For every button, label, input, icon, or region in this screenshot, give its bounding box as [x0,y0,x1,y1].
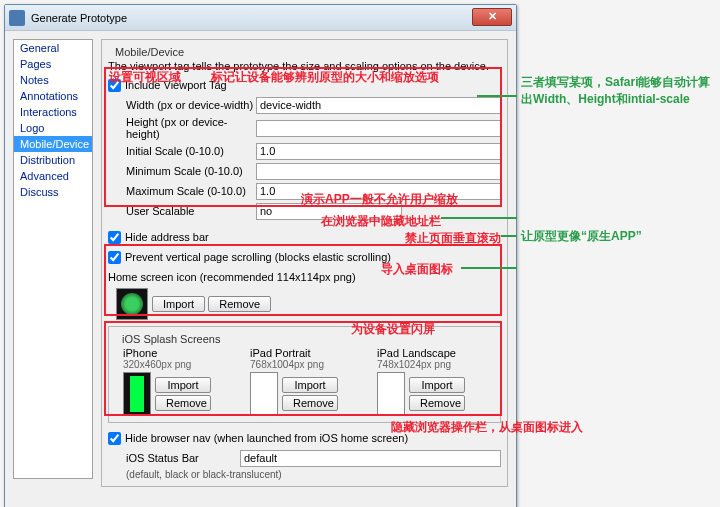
sidebar-item-advanced[interactable]: Advanced [14,168,92,184]
splash-iphone-title: iPhone [123,347,240,359]
window-title: Generate Prototype [31,12,127,24]
include-viewport-label: Include Viewport Tag [125,79,227,91]
splash-legend: iOS Splash Screens [119,333,223,345]
splash-ipad-landscape: iPad Landscape 748x1024px png Import Rem… [377,347,494,416]
splash-ipadp-title: iPad Portrait [250,347,367,359]
min-scale-input[interactable] [256,163,501,180]
splash-ipadl-title: iPad Landscape [377,347,494,359]
viewport-desc: The viewport tag tells the prototype the… [108,60,501,72]
sidebar-item-distribution[interactable]: Distribution [14,152,92,168]
sidebar-item-interactions[interactable]: Interactions [14,104,92,120]
hide-address-label: Hide address bar [125,231,209,243]
status-bar-input[interactable] [240,450,501,467]
status-bar-label: iOS Status Bar [108,452,240,464]
hide-browser-nav-label: Hide browser nav (when launched from iOS… [125,432,408,444]
prevent-scroll-checkbox[interactable] [108,251,121,264]
max-scale-label: Maximum Scale (0-10.0) [108,185,256,197]
splash-ipadp-import-button[interactable]: Import [282,377,338,393]
splash-iphone-import-button[interactable]: Import [155,377,211,393]
dialog-footer: Generate Close [5,501,516,507]
sidebar-item-discuss[interactable]: Discuss [14,184,92,200]
width-input[interactable] [256,97,501,114]
initial-scale-input[interactable] [256,143,501,160]
group-legend: Mobile/Device [112,46,187,58]
height-input[interactable] [256,120,501,137]
sidebar-item-logo[interactable]: Logo [14,120,92,136]
include-viewport-checkbox[interactable] [108,79,121,92]
status-bar-help: (default, black or black-translucent) [108,469,501,480]
splash-group: iOS Splash Screens iPhone 320x460px png … [108,326,501,423]
sidebar-item-notes[interactable]: Notes [14,72,92,88]
close-window-button[interactable]: ✕ [472,8,512,26]
splash-iphone-preview [123,372,151,416]
width-label: Width (px or device-width) [108,99,256,111]
home-icon-preview [116,288,148,320]
splash-ipad-portrait: iPad Portrait 768x1004px png Import Remo… [250,347,367,416]
home-icon-import-button[interactable]: Import [152,296,205,312]
splash-iphone-size: 320x460px png [123,359,240,370]
splash-ipadl-remove-button[interactable]: Remove [409,395,465,411]
note-native: 让原型更像“原生APP” [521,228,716,245]
splash-ipadl-import-button[interactable]: Import [409,377,465,393]
sidebar-item-pages[interactable]: Pages [14,56,92,72]
splash-ipadp-remove-button[interactable]: Remove [282,395,338,411]
max-scale-input[interactable] [256,183,501,200]
note-safari: 三者填写某项，Safari能够自动计算出Width、Height和intial-… [521,74,716,108]
splash-iphone-remove-button[interactable]: Remove [155,395,211,411]
height-label: Height (px or device-height) [108,116,256,140]
splash-ipadp-size: 768x1004px png [250,359,367,370]
splash-ipadp-preview [250,372,278,416]
splash-ipadl-preview [377,372,405,416]
dialog-generate-prototype: Generate Prototype ✕ General Pages Notes… [4,4,517,507]
sidebar-item-general[interactable]: General [14,40,92,56]
main-panel: Mobile/Device The viewport tag tells the… [101,39,508,493]
titlebar[interactable]: Generate Prototype ✕ [5,5,516,31]
home-icon-label: Home screen icon (recommended 114x114px … [108,271,356,283]
user-scalable-label: User Scalable [108,205,256,217]
splash-ipadl-size: 748x1024px png [377,359,494,370]
min-scale-label: Minimum Scale (0-10.0) [108,165,256,177]
sidebar-item-annotations[interactable]: Annotations [14,88,92,104]
hide-address-checkbox[interactable] [108,231,121,244]
category-sidebar: General Pages Notes Annotations Interact… [13,39,93,479]
user-scalable-input[interactable] [256,203,402,220]
sidebar-item-mobile-device[interactable]: Mobile/Device [14,136,92,152]
splash-iphone: iPhone 320x460px png Import Remove [123,347,240,416]
side-notes: 三者填写某项，Safari能够自动计算出Width、Height和intial-… [521,4,716,507]
home-icon-remove-button[interactable]: Remove [208,296,271,312]
mobile-device-group: Mobile/Device The viewport tag tells the… [101,39,508,487]
initial-scale-label: Initial Scale (0-10.0) [108,145,256,157]
prevent-scroll-label: Prevent vertical page scrolling (blocks … [125,251,391,263]
hide-browser-nav-checkbox[interactable] [108,432,121,445]
app-icon [9,10,25,26]
